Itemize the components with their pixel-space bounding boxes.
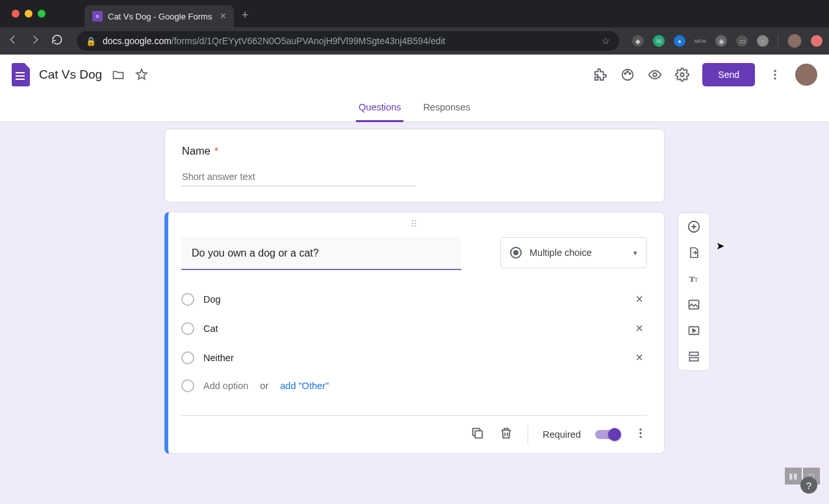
option-label[interactable]: Neither [203, 353, 622, 363]
send-button[interactable]: Send [702, 63, 755, 86]
svg-rect-19 [689, 358, 698, 361]
question-type-select[interactable]: Multiple choice ▾ [500, 237, 647, 268]
add-option-row: Add option or add "Other" [181, 372, 647, 399]
required-star: * [214, 145, 218, 156]
back-button[interactable] [6, 34, 19, 48]
svg-point-3 [630, 73, 631, 74]
preview-icon[interactable] [648, 68, 662, 82]
question-type-label: Multiple choice [529, 247, 592, 258]
option-radio-icon [181, 322, 194, 335]
browser-tab[interactable]: ≡ Cat Vs Dog - Google Forms × [84, 5, 234, 27]
option-label[interactable]: Dog [203, 294, 622, 305]
move-folder-icon[interactable] [111, 68, 125, 82]
remove-option-icon[interactable]: × [631, 350, 647, 365]
remove-option-icon[interactable]: × [631, 321, 647, 336]
svg-text:T: T [695, 277, 698, 283]
tab-bar: ≡ Cat Vs Dog - Google Forms × + [0, 0, 829, 27]
add-video-icon[interactable] [687, 323, 701, 338]
svg-point-2 [627, 71, 628, 72]
ext-icon-dot[interactable] [811, 35, 823, 47]
tab-responses[interactable]: Responses [420, 95, 473, 122]
add-title-icon[interactable]: TT [687, 271, 701, 286]
option-row: Neither × [181, 343, 647, 372]
question-footer: Required [181, 415, 647, 444]
required-toggle[interactable] [595, 430, 620, 439]
tab-title: Cat Vs Dog - Google Forms [108, 12, 212, 21]
svg-point-11 [639, 432, 641, 434]
app-header: Cat Vs Dog Send [0, 55, 829, 95]
forms-logo-icon[interactable] [12, 63, 30, 86]
app-area: Cat Vs Dog Send Questions Responses [0, 55, 829, 122]
add-image-icon[interactable] [687, 297, 701, 312]
close-window-button[interactable] [12, 10, 19, 18]
svg-point-8 [774, 77, 776, 79]
duplicate-icon[interactable] [470, 426, 485, 443]
svg-point-10 [639, 429, 641, 431]
pause-recording-icon[interactable]: ▮▮ [785, 468, 802, 485]
import-questions-icon[interactable] [687, 246, 701, 260]
question-card-2[interactable]: ⠿ Multiple choice ▾ Dog × Cat × [164, 212, 665, 454]
account-avatar[interactable] [795, 64, 817, 86]
svg-rect-18 [689, 352, 698, 355]
question-card-1[interactable]: Name * Short answer text [164, 129, 665, 203]
bookmark-star-icon[interactable]: ☆ [602, 36, 610, 46]
ext-icon-chat[interactable]: ▭ [736, 35, 748, 47]
forward-button[interactable] [29, 34, 42, 48]
required-label: Required [542, 429, 581, 440]
question-more-icon[interactable] [634, 427, 647, 442]
add-question-icon[interactable] [687, 220, 701, 234]
short-answer-placeholder: Short answer text [182, 171, 416, 186]
divider [528, 425, 528, 444]
ext-icon-blue[interactable]: ● [674, 35, 685, 47]
addons-icon[interactable] [593, 68, 607, 82]
form-canvas: Name * Short answer text ⠿ Multiple choi… [0, 122, 829, 504]
window-controls [12, 10, 45, 18]
drag-handle-icon[interactable]: ⠿ [181, 219, 647, 231]
settings-icon[interactable] [675, 68, 689, 82]
add-other-link[interactable]: add "Other" [280, 381, 329, 391]
add-option-link[interactable]: Add option [203, 381, 248, 391]
svg-point-7 [774, 73, 776, 75]
minimize-window-button[interactable] [25, 10, 32, 18]
svg-rect-9 [475, 431, 482, 438]
form-title[interactable]: Cat Vs Dog [39, 68, 102, 82]
star-icon[interactable] [134, 68, 149, 82]
palette-icon[interactable] [620, 68, 635, 82]
chevron-down-icon: ▾ [633, 249, 637, 257]
question-title: Name * [182, 145, 647, 157]
maximize-window-button[interactable] [38, 10, 45, 18]
browser-chrome: ≡ Cat Vs Dog - Google Forms × + 🔒 docs.g… [0, 0, 829, 55]
forms-favicon-icon: ≡ [92, 11, 103, 21]
extension-icons: ◆ ✉ ● NEW ◉ ▭ ○ [632, 34, 823, 48]
help-button[interactable]: ? [800, 477, 817, 494]
remove-option-icon[interactable]: × [631, 292, 647, 307]
radio-icon [510, 247, 522, 258]
option-label[interactable]: Cat [203, 323, 622, 334]
option-radio-icon [181, 293, 194, 306]
question-title-input[interactable] [181, 237, 461, 270]
new-tab-button[interactable]: + [242, 8, 249, 22]
ext-icon-shield[interactable]: ◉ [715, 35, 727, 47]
ext-icon-drive[interactable]: ◆ [632, 35, 644, 47]
option-row: Dog × [181, 284, 647, 314]
address-bar[interactable]: 🔒 docs.google.com/forms/d/1QrEYytV662N0O… [77, 31, 619, 51]
form-tabs: Questions Responses [0, 95, 829, 122]
ext-icon-mail[interactable]: ✉ [653, 35, 665, 47]
ext-icon-new[interactable]: NEW [695, 35, 706, 47]
svg-point-1 [625, 73, 626, 74]
address-bar-row: 🔒 docs.google.com/forms/d/1QrEYytV662N0O… [0, 27, 829, 55]
svg-point-12 [639, 436, 641, 438]
reload-button[interactable] [51, 34, 64, 48]
divider [778, 34, 778, 47]
delete-icon[interactable] [499, 426, 513, 443]
add-section-icon[interactable] [687, 349, 701, 364]
ext-icon-circle[interactable]: ○ [757, 35, 769, 47]
lock-icon: 🔒 [86, 36, 96, 46]
close-tab-icon[interactable]: × [220, 10, 226, 22]
option-row: Cat × [181, 314, 647, 343]
tab-questions[interactable]: Questions [356, 95, 403, 122]
more-menu-icon[interactable] [768, 68, 782, 82]
browser-profile-avatar[interactable] [787, 34, 802, 48]
or-text: or [260, 381, 268, 391]
floating-toolbar: TT [678, 212, 710, 371]
